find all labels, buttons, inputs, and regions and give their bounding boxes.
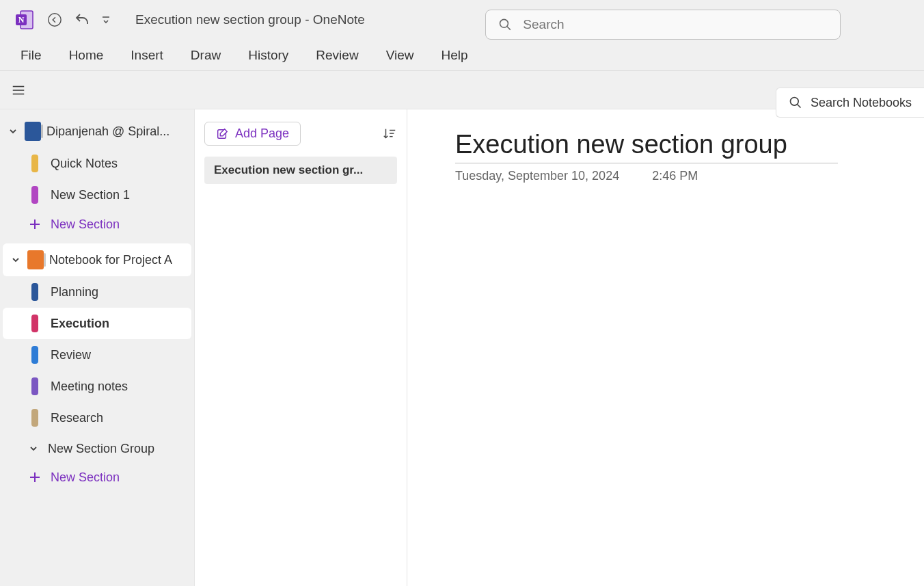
section-item-quick-notes[interactable]: Quick Notes <box>0 148 194 179</box>
sort-pages-button[interactable] <box>382 126 397 142</box>
section-color-icon <box>31 283 38 301</box>
page-title[interactable]: Execution new section group <box>455 130 838 160</box>
page-meta: Tuesday, September 10, 2024 2:46 PM <box>455 169 924 183</box>
ribbon-tab-insert[interactable]: Insert <box>131 48 163 63</box>
search-icon <box>498 17 512 32</box>
ribbon-tab-home[interactable]: Home <box>69 48 104 63</box>
section-label: Planning <box>51 285 98 299</box>
search-notebooks-label: Search Notebooks <box>811 96 912 110</box>
new-section-button[interactable]: New Section <box>0 211 194 238</box>
undo-button[interactable] <box>68 6 96 34</box>
section-item-new-section-1[interactable]: New Section 1 <box>0 179 194 211</box>
ribbon-tab-help[interactable]: Help <box>441 48 467 63</box>
page-date: Tuesday, September 10, 2024 <box>455 169 619 183</box>
add-page-button[interactable]: Add Page <box>204 122 301 146</box>
page-time: 2:46 PM <box>652 169 698 183</box>
section-group-item[interactable]: New Section Group <box>0 434 194 464</box>
section-label: Review <box>51 348 91 362</box>
section-color-icon <box>31 315 38 332</box>
notebook-nav: Dipanjenah @ Spiral... Quick Notes New S… <box>0 109 194 586</box>
subbar: Search Notebooks <box>0 71 924 109</box>
section-color-icon <box>31 409 38 427</box>
back-button[interactable] <box>41 6 68 34</box>
svg-point-3 <box>49 14 61 26</box>
section-label: Meeting notes <box>51 379 128 394</box>
chevron-down-icon <box>8 126 19 136</box>
ribbon-tab-review[interactable]: Review <box>316 48 358 63</box>
section-group-label: New Section Group <box>48 442 154 456</box>
section-label: New Section 1 <box>51 188 130 202</box>
page-canvas[interactable]: Execution new section group Tuesday, Sep… <box>407 109 924 586</box>
chevron-down-icon <box>11 255 22 265</box>
customize-qat-button[interactable] <box>96 6 116 34</box>
page-item[interactable]: Execution new section gr... <box>204 157 397 184</box>
page-list-header: Add Page <box>204 122 397 146</box>
app-name: OneNote <box>313 12 365 27</box>
sort-icon <box>382 126 397 142</box>
chevron-down-icon <box>29 444 38 453</box>
ribbon-tab-history[interactable]: History <box>248 48 288 63</box>
search-box[interactable] <box>485 10 841 40</box>
notebook-icon <box>25 122 41 141</box>
section-item-planning[interactable]: Planning <box>0 276 194 308</box>
section-item-review[interactable]: Review <box>0 339 194 371</box>
section-color-icon <box>31 155 38 172</box>
section-label: Quick Notes <box>51 157 118 171</box>
svg-point-5 <box>790 98 798 106</box>
section-label: Research <box>51 411 103 425</box>
ribbon-tab-draw[interactable]: Draw <box>191 48 221 63</box>
workspace: Dipanjenah @ Spiral... Quick Notes New S… <box>0 109 924 586</box>
ribbon: File Home Insert Draw History Review Vie… <box>0 40 924 71</box>
section-color-icon <box>31 186 38 204</box>
section-color-icon <box>31 377 38 395</box>
section-color-icon <box>31 346 38 364</box>
svg-text:N: N <box>18 15 25 25</box>
page-list: Add Page Execution new section gr... <box>194 109 407 586</box>
new-section-label: New Section <box>51 217 120 232</box>
svg-point-4 <box>500 19 508 27</box>
plus-icon <box>29 218 41 230</box>
window-title: Execution new section group - OneNote <box>135 12 365 27</box>
notebook-item-dipanjenah[interactable]: Dipanjenah @ Spiral... <box>0 115 194 148</box>
plus-icon <box>29 471 41 483</box>
title-separator: - <box>301 12 313 27</box>
search-icon <box>789 96 802 109</box>
add-page-icon <box>216 128 228 140</box>
ribbon-tab-file[interactable]: File <box>21 48 42 63</box>
section-item-research[interactable]: Research <box>0 402 194 434</box>
new-section-label: New Section <box>51 470 120 485</box>
ribbon-tab-view[interactable]: View <box>386 48 414 63</box>
add-page-label: Add Page <box>235 126 289 141</box>
title-underline <box>455 163 838 163</box>
search-notebooks-button[interactable]: Search Notebooks <box>776 88 924 118</box>
notebook-label: Dipanjenah @ Spiral... <box>46 124 169 139</box>
notebook-label: Notebook for Project A <box>49 253 172 267</box>
document-title: Execution new section group <box>135 12 301 27</box>
section-label: Execution <box>51 317 109 331</box>
notebook-item-project-a[interactable]: Notebook for Project A <box>3 243 191 276</box>
onenote-app-icon: N <box>14 9 36 31</box>
nav-toggle-button[interactable] <box>11 83 26 98</box>
search-input[interactable] <box>523 17 828 32</box>
new-section-button[interactable]: New Section <box>0 464 194 491</box>
titlebar: N Execution new section group - OneNote <box>0 0 924 40</box>
section-item-execution[interactable]: Execution <box>3 308 191 339</box>
section-item-meeting-notes[interactable]: Meeting notes <box>0 371 194 402</box>
notebook-icon <box>27 250 44 269</box>
